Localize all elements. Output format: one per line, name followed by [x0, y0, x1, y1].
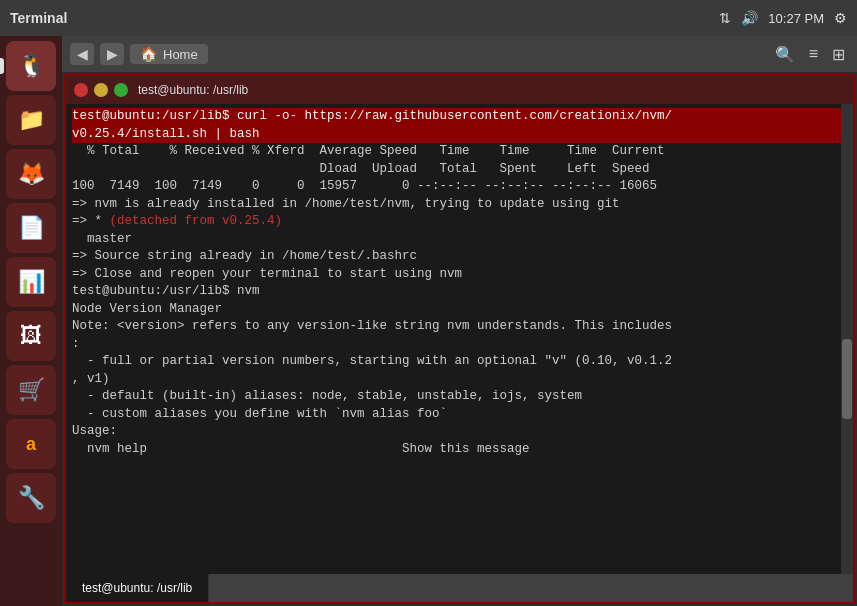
maximize-button[interactable] [114, 83, 128, 97]
network-icon: ⇅ [719, 10, 731, 26]
terminal-line-20: - default (built-in) aliases: node, stab… [72, 388, 847, 406]
terminal-line-11: => Close and reopen your terminal to sta… [72, 266, 847, 284]
scrollbar-thumb[interactable] [842, 339, 852, 419]
terminal-line-8: master [72, 231, 847, 249]
terminal-line-23: Usage: [72, 423, 847, 441]
sidebar-item-files[interactable]: 📁 [6, 95, 56, 145]
tab-terminal[interactable]: test@ubuntu: /usr/lib [66, 574, 209, 602]
sidebar-item-settings[interactable]: 🔧 [6, 473, 56, 523]
sidebar-item-writer[interactable]: 📄 [6, 203, 56, 253]
terminal-window: test@ubuntu: /usr/lib test@ubuntu:/usr/l… [64, 74, 855, 604]
terminal-line-1: test@ubuntu:/usr/lib$ curl -o- https://r… [72, 108, 847, 126]
top-bar-title: Terminal [10, 10, 67, 26]
forward-button[interactable]: ▶ [100, 43, 124, 65]
nav-bar: ◀ ▶ 🏠 Home 🔍 ≡ ⊞ [62, 36, 857, 72]
sidebar: 🐧 📁 🦊 📄 📊 🖼 🛒 a 🔧 [0, 36, 62, 606]
grid-button[interactable]: ⊞ [828, 43, 849, 66]
sidebar-item-ubuntu[interactable]: 🐧 [6, 41, 56, 91]
top-system-bar: Terminal ⇅ 🔊 10:27 PM ⚙ [0, 0, 857, 36]
content-area: ◀ ▶ 🏠 Home 🔍 ≡ ⊞ test@ubuntu: /usr/lib t [62, 36, 857, 606]
terminal-line-17: : [72, 336, 847, 354]
tab-bar: test@ubuntu: /usr/lib [66, 574, 853, 602]
terminal-line-19: , v1) [72, 371, 847, 389]
terminal-line-3: % Total % Received % Xferd Average Speed… [72, 143, 847, 161]
close-button[interactable] [74, 83, 88, 97]
terminal-title: test@ubuntu: /usr/lib [138, 83, 248, 97]
back-button[interactable]: ◀ [70, 43, 94, 65]
home-icon: 🏠 [140, 46, 157, 62]
menu-button[interactable]: ≡ [805, 43, 822, 65]
settings-icon: ⚙ [834, 10, 847, 26]
terminal-line-2: v0.25.4/install.sh | bash [72, 126, 847, 144]
sidebar-active-indicator [0, 58, 4, 74]
terminal-line-4: Dload Upload Total Spent Left Speed [72, 161, 847, 179]
terminal-line-18: - full or partial version numbers, start… [72, 353, 847, 371]
sound-icon: 🔊 [741, 10, 758, 26]
main-layout: 🐧 📁 🦊 📄 📊 🖼 🛒 a 🔧 ◀ ▶ 🏠 Home 🔍 ≡ ⊞ [0, 36, 857, 606]
terminal-line-6: => nvm is already installed in /home/tes… [72, 196, 847, 214]
sidebar-item-impress[interactable]: 🖼 [6, 311, 56, 361]
terminal-line-5: 100 7149 100 7149 0 0 15957 0 --:--:-- -… [72, 178, 847, 196]
sidebar-item-firefox[interactable]: 🦊 [6, 149, 56, 199]
clock: 10:27 PM [768, 11, 824, 26]
terminal-line-14: Node Version Manager [72, 301, 847, 319]
sidebar-item-calc[interactable]: 📊 [6, 257, 56, 307]
terminal-line-10: => Source string already in /home/test/.… [72, 248, 847, 266]
terminal-line-12: test@ubuntu:/usr/lib$ nvm [72, 283, 847, 301]
tab-label: test@ubuntu: /usr/lib [82, 581, 192, 595]
top-bar-right: ⇅ 🔊 10:27 PM ⚙ [719, 10, 847, 26]
terminal-body[interactable]: test@ubuntu:/usr/lib$ curl -o- https://r… [66, 104, 853, 574]
location-text: Home [163, 47, 198, 62]
terminal-line-7: => * (detached from v0.25.4) [72, 213, 847, 231]
sidebar-item-software[interactable]: 🛒 [6, 365, 56, 415]
terminal-line-16: Note: <version> refers to any version-li… [72, 318, 847, 336]
minimize-button[interactable] [94, 83, 108, 97]
sidebar-item-amazon[interactable]: a [6, 419, 56, 469]
terminal-line-21: - custom aliases you define with `nvm al… [72, 406, 847, 424]
terminal-line-24: nvm help Show this message [72, 441, 847, 459]
location-bar[interactable]: 🏠 Home [130, 44, 208, 64]
scrollbar-track[interactable] [841, 104, 853, 574]
search-button[interactable]: 🔍 [771, 43, 799, 66]
terminal-titlebar: test@ubuntu: /usr/lib [66, 76, 853, 104]
